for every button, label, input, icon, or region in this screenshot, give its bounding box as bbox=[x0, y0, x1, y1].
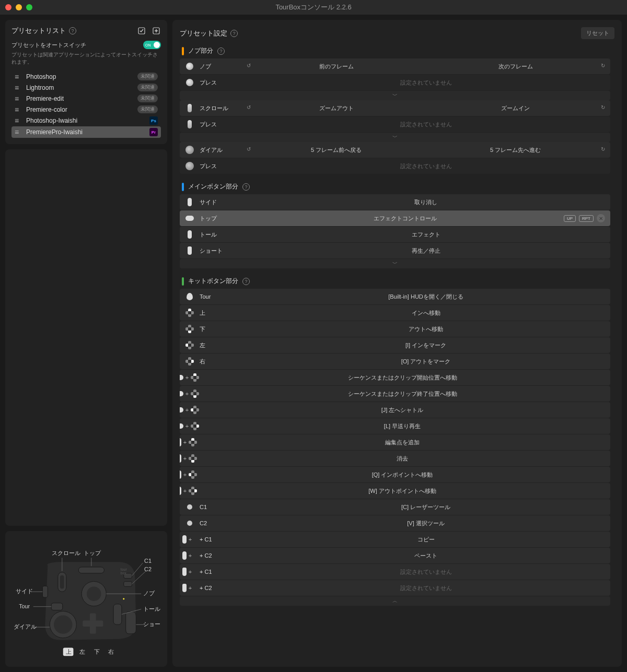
action-center[interactable]: [Q] インポイントへ移動 bbox=[200, 471, 605, 479]
action-right[interactable]: ズームイン↻ bbox=[426, 104, 605, 112]
edit-preset-button[interactable] bbox=[137, 26, 146, 36]
preset-item[interactable]: ≡PremierePro-IwaishiPr bbox=[11, 126, 161, 138]
control-label: 左 bbox=[200, 341, 247, 349]
action-center[interactable]: シーケンスまたはクリップ開始位置へ移動 bbox=[200, 374, 605, 382]
action-center[interactable]: [C] レーザーツール bbox=[247, 503, 605, 511]
control-row[interactable]: + [Q] インポイントへ移動 bbox=[180, 467, 610, 482]
drag-handle-icon[interactable]: ≡ bbox=[15, 84, 21, 91]
control-row[interactable]: トップエフェクトコントロールUPRPT✕ bbox=[180, 210, 610, 226]
action-center[interactable]: 消去 bbox=[200, 455, 605, 463]
action-center[interactable]: 設定されていません bbox=[247, 79, 605, 87]
drag-handle-icon[interactable]: ≡ bbox=[15, 117, 21, 124]
control-row[interactable]: Tour[Built-in] HUDを開く／閉じる bbox=[180, 289, 610, 304]
control-row[interactable]: トールエフェクト bbox=[180, 227, 610, 242]
control-row[interactable]: プレス設定されていません bbox=[180, 158, 610, 174]
action-center[interactable]: 再生／停止 bbox=[247, 247, 605, 255]
control-row[interactable]: ノブ前のフレーム↺次のフレーム↻ bbox=[180, 58, 610, 74]
control-row[interactable]: + 編集点を追加 bbox=[180, 434, 610, 450]
action-center[interactable]: 設定されていません bbox=[247, 162, 605, 170]
action-left[interactable]: ズームアウト↺ bbox=[247, 104, 426, 112]
expand-toggle[interactable]: ﹀ bbox=[180, 133, 610, 142]
svg-text:スクロール: スクロール bbox=[52, 550, 80, 556]
action-center[interactable]: ペースト bbox=[247, 552, 605, 560]
preset-item[interactable]: ≡Photoshop未関連 bbox=[11, 71, 161, 82]
drag-handle-icon[interactable]: ≡ bbox=[15, 95, 21, 102]
action-center[interactable]: [O] アウトをマーク bbox=[247, 358, 605, 366]
dial-icon bbox=[185, 146, 194, 154]
control-row[interactable]: + シーケンスまたはクリップ終了位置へ移動 bbox=[180, 386, 610, 402]
control-row[interactable]: + シーケンスまたはクリップ開始位置へ移動 bbox=[180, 370, 610, 385]
help-icon[interactable]: ? bbox=[242, 183, 250, 191]
drag-handle-icon[interactable]: ≡ bbox=[15, 73, 21, 80]
action-center[interactable]: コピー bbox=[247, 536, 605, 544]
action-center[interactable]: [J] 左へシャトル bbox=[200, 406, 605, 414]
control-row[interactable]: サイド取り消し bbox=[180, 194, 610, 210]
action-center[interactable]: 編集点を追加 bbox=[200, 439, 605, 446]
help-icon[interactable]: ? bbox=[217, 48, 225, 55]
drag-handle-icon[interactable]: ≡ bbox=[15, 128, 21, 136]
help-icon[interactable]: ? bbox=[242, 278, 250, 285]
control-row[interactable]: プレス設定されていません bbox=[180, 116, 610, 132]
action-center[interactable]: 設定されていません bbox=[247, 568, 605, 576]
action-left[interactable]: 5 フレーム前へ戻る↺ bbox=[247, 146, 426, 154]
add-preset-button[interactable] bbox=[152, 26, 161, 36]
control-row[interactable]: ショート再生／停止 bbox=[180, 243, 610, 258]
control-row[interactable]: 上インへ移動 bbox=[180, 305, 610, 321]
control-row[interactable]: 下アウトへ移動 bbox=[180, 321, 610, 337]
action-center[interactable]: エフェクト bbox=[247, 231, 605, 239]
control-row[interactable]: 左[I] インをマーク bbox=[180, 337, 610, 353]
help-icon[interactable]: ? bbox=[230, 30, 238, 37]
svg-line-21 bbox=[132, 563, 143, 576]
action-right[interactable]: 5 フレーム先へ進む↻ bbox=[426, 146, 605, 154]
control-row[interactable]: 右[O] アウトをマーク bbox=[180, 353, 610, 369]
action-center[interactable]: 設定されていません bbox=[247, 584, 605, 592]
preset-name: Lightroom bbox=[26, 84, 132, 91]
action-center[interactable]: 設定されていません bbox=[247, 121, 605, 128]
control-row[interactable]: C2[V] 選択ツール bbox=[180, 515, 610, 531]
maximize-window-button[interactable] bbox=[26, 4, 32, 10]
expand-toggle[interactable]: ﹀ bbox=[180, 259, 610, 268]
control-row[interactable]: C1[C] レーザーツール bbox=[180, 499, 610, 515]
control-label: ノブ bbox=[200, 63, 247, 70]
rotate-ccw-icon: ↺ bbox=[247, 146, 251, 152]
action-center[interactable]: 取り消し bbox=[247, 198, 605, 206]
expand-toggle[interactable]: ﹀ bbox=[180, 91, 610, 100]
control-row[interactable]: プレス設定されていません bbox=[180, 75, 610, 90]
action-center[interactable]: アウトへ移動 bbox=[247, 325, 605, 333]
control-row[interactable]: + [L] 早送り再生 bbox=[180, 418, 610, 434]
action-center[interactable]: エフェクトコントロール bbox=[247, 215, 564, 222]
control-row[interactable]: + 消去 bbox=[180, 451, 610, 466]
auto-switch-toggle[interactable]: ON bbox=[143, 41, 161, 49]
control-row[interactable]: スクロールズームアウト↺ズームイン↻ bbox=[180, 100, 610, 116]
preset-item[interactable]: ≡Premiere-edit未関連 bbox=[11, 93, 161, 104]
expand-toggle[interactable]: ︿ bbox=[180, 596, 610, 606]
clear-icon[interactable]: ✕ bbox=[597, 214, 605, 222]
plus-icon: + bbox=[189, 552, 192, 559]
preset-item[interactable]: ≡Photoshop-IwaishiPs bbox=[11, 115, 161, 126]
control-row[interactable]: + [J] 左へシャトル bbox=[180, 402, 610, 418]
help-icon[interactable]: ? bbox=[69, 27, 76, 34]
preset-item[interactable]: ≡Premiere-color未関連 bbox=[11, 104, 161, 115]
action-center[interactable]: [W] アウトポイントへ移動 bbox=[200, 487, 605, 495]
close-window-button[interactable] bbox=[5, 4, 11, 10]
control-row[interactable]: ダイアル5 フレーム前へ戻る↺5 フレーム先へ進む↻ bbox=[180, 142, 610, 158]
action-left[interactable]: 前のフレーム↺ bbox=[247, 63, 426, 70]
drag-handle-icon[interactable]: ≡ bbox=[15, 106, 21, 113]
action-center[interactable]: [I] インをマーク bbox=[247, 341, 605, 349]
action-center[interactable]: [Built-in] HUDを開く／閉じる bbox=[247, 293, 605, 301]
control-row[interactable]: ++ C2設定されていません bbox=[180, 580, 610, 596]
action-center[interactable]: シーケンスまたはクリップ終了位置へ移動 bbox=[200, 390, 605, 398]
control-row[interactable]: + [W] アウトポイントへ移動 bbox=[180, 483, 610, 499]
reset-button[interactable]: リセット bbox=[581, 27, 614, 39]
section-header: キットボタン部分? bbox=[180, 277, 610, 286]
action-right[interactable]: 次のフレーム↻ bbox=[426, 63, 605, 70]
action-center[interactable]: [L] 早送り再生 bbox=[200, 422, 605, 430]
preset-item[interactable]: ≡Lightroom未関連 bbox=[11, 82, 161, 93]
control-row[interactable]: ++ C2ペースト bbox=[180, 548, 610, 563]
minimize-window-button[interactable] bbox=[16, 4, 22, 10]
control-row[interactable]: ++ C1設定されていません bbox=[180, 564, 610, 580]
top-button-icon bbox=[180, 375, 183, 380]
action-center[interactable]: インへ移動 bbox=[247, 309, 605, 317]
action-center[interactable]: [V] 選択ツール bbox=[247, 520, 605, 527]
control-row[interactable]: ++ C1コピー bbox=[180, 532, 610, 547]
